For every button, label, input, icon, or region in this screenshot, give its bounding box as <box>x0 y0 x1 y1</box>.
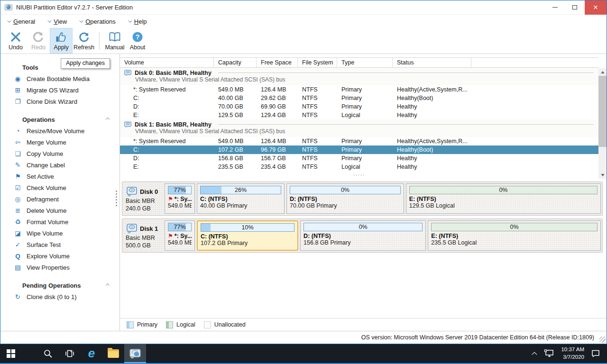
boot-flag-icon: ⚑ <box>168 196 173 202</box>
eraser-icon: ◪ <box>14 229 22 237</box>
redo-arrow-icon <box>32 31 45 43</box>
apply-button[interactable]: Apply <box>50 28 73 54</box>
maximize-button[interactable] <box>565 0 585 15</box>
usage-bar: 0% <box>290 186 401 194</box>
copy-icon: ❏ <box>14 150 22 157</box>
sidebar-item-explore-volume[interactable]: Q Explore Volume <box>0 250 120 262</box>
menu-operations[interactable]: Operations <box>79 18 116 25</box>
sidebar-item-pending-clone-disk[interactable]: ↻ Clone disk (0 to 1) <box>0 291 120 302</box>
internet-explorer-icon: e <box>88 347 95 359</box>
menu-help[interactable]: Help <box>128 18 147 25</box>
file-explorer-button[interactable] <box>102 344 124 363</box>
resize-grip[interactable] <box>599 337 606 343</box>
sidebar-item-format-volume[interactable]: ♻ Format Volume <box>0 216 120 228</box>
table-row[interactable]: E: 235.5 GB 235.4 GB NTFS Logical Health… <box>120 163 598 171</box>
legend-unallocated: Unallocated <box>204 321 246 328</box>
partition-block-disk1-system-reserved[interactable]: 77% ⚑*: Sy... 549.0 MB <box>165 220 195 251</box>
minimize-icon <box>552 7 558 8</box>
minimize-button[interactable] <box>545 0 565 15</box>
toolbar: Undo Redo Apply Refresh <box>0 28 607 54</box>
partition-block-disk0-system-reserved[interactable]: 77% ⚑*: Sy... 549.0 MB <box>165 183 195 214</box>
taskbar-clock[interactable]: 10:37 AM 3/7/2020 <box>561 346 584 361</box>
section-header-pending-operations[interactable]: Pending Operations <box>0 280 120 291</box>
sidebar-item-surface-test[interactable]: ✓ Surface Test <box>0 239 120 250</box>
network-icon[interactable] <box>544 349 554 358</box>
task-view-icon <box>65 349 74 358</box>
task-view-button[interactable] <box>59 344 81 363</box>
table-row[interactable]: *: System Reserved 549.0 MB 126.4 MB NTF… <box>120 85 598 94</box>
disk-icon <box>124 121 132 128</box>
sidebar-item-copy-volume[interactable]: ❏ Copy Volume <box>0 148 120 159</box>
column-header-status[interactable]: Status <box>393 58 471 67</box>
scroll-down-arrow[interactable] <box>598 171 607 179</box>
close-button[interactable]: ✕ <box>585 0 607 15</box>
sidebar-item-set-active[interactable]: ⚑ Set Active <box>0 171 120 182</box>
sidebar-item-wipe-volume[interactable]: ◪ Wipe Volume <box>0 228 120 239</box>
sidebar-item-create-bootable-media[interactable]: ◉ Create Bootable Media <box>0 73 120 84</box>
partition-block-disk1-e[interactable]: 0% E: (NTFS) 235.5 GB Logical <box>428 220 601 251</box>
niubi-app-taskbar-button[interactable] <box>124 344 146 363</box>
table-row[interactable]: E: 129.5 GB 129.4 GB NTFS Logical Health… <box>120 111 598 119</box>
column-header-capacity[interactable]: Capacity <box>214 58 257 67</box>
undo-button[interactable]: Undo <box>4 28 27 54</box>
scrollbar-thumb[interactable] <box>598 76 607 147</box>
title-bar: NIUBI Partition Editor v7.2.7 - Server E… <box>0 0 607 15</box>
usage-bar: 0% <box>304 223 423 231</box>
table-row[interactable]: D: 156.8 GB 156.7 GB NTFS Primary Health… <box>120 154 598 163</box>
clone-disk-icon: ❐ <box>14 98 22 105</box>
show-hidden-icons-chevron[interactable] <box>532 352 537 357</box>
app-window: NIUBI Partition Editor v7.2.7 - Server E… <box>0 0 607 344</box>
maximize-icon <box>572 5 577 9</box>
section-header-operations[interactable]: Operations <box>0 114 120 125</box>
sidebar-item-migrate-os-wizard[interactable]: ⊞ Migrate OS Wizard <box>0 84 120 96</box>
menu-view[interactable]: View <box>47 18 67 25</box>
legend: Primary Logical Unallocated <box>120 318 607 331</box>
internet-explorer-button[interactable]: e <box>81 344 102 363</box>
search-button[interactable] <box>37 344 59 363</box>
partition-block-disk1-d[interactable]: 0% D: (NTFS) 156.8 GB Primary <box>300 220 426 251</box>
partition-block-disk0-e[interactable]: 0% E: (NTFS) 129.5 GB Logical <box>406 183 601 214</box>
checkbox-icon: ☑ <box>14 184 22 191</box>
disk0-info[interactable]: Disk 0 Basic MBR 240.0 GB <box>124 183 163 214</box>
partition-block-disk0-d[interactable]: 0% D: (NTFS) 70.00 GB Primary <box>286 183 404 214</box>
table-header: Volume Capacity Free Space File System T… <box>120 57 598 68</box>
column-header-type[interactable]: Type <box>337 58 393 67</box>
usage-bar: 0% <box>431 223 598 231</box>
refresh-button[interactable]: Refresh <box>73 28 95 54</box>
disk1-info[interactable]: Disk 1 Basic MBR 500.0 GB <box>124 220 163 251</box>
manual-button[interactable]: Manual <box>103 28 126 54</box>
table-row[interactable]: D: 70.00 GB 69.90 GB NTFS Primary Health… <box>120 102 598 111</box>
menu-general[interactable]: General <box>7 18 35 25</box>
table-row-selected[interactable]: C: 107.2 GB 96.79 GB NTFS Primary Health… <box>120 146 598 154</box>
redo-button[interactable]: Redo <box>27 28 50 54</box>
column-header-volume[interactable]: Volume <box>120 58 214 67</box>
sidebar-item-delete-volume[interactable]: ≣ Delete Volume <box>0 205 120 216</box>
table-row[interactable]: *: System Reserved 549.0 MB 126.4 MB NTF… <box>120 137 598 146</box>
sidebar-item-view-properties[interactable]: ▤ View Properties <box>0 262 120 273</box>
splitter-handle[interactable] <box>116 191 118 206</box>
vertical-scrollbar[interactable] <box>598 68 607 179</box>
sidebar-item-clone-disk-wizard[interactable]: ❐ Clone Disk Wizard <box>0 96 120 107</box>
volume-table: Volume Capacity Free Space File System T… <box>120 57 607 179</box>
sidebar-item-resize-move-volume[interactable]: ◔ Resize/Move Volume <box>0 125 120 136</box>
niubi-app-icon <box>129 347 142 360</box>
search-icon <box>43 349 53 358</box>
about-button[interactable]: ? About <box>126 28 149 54</box>
clone-pending-icon: ↻ <box>14 293 22 300</box>
unallocated-swatch <box>204 321 211 328</box>
sidebar-item-merge-volume[interactable]: ⇦ Merge Volume <box>0 136 120 148</box>
start-button[interactable] <box>0 344 22 363</box>
action-center-icon[interactable] <box>591 349 600 358</box>
disk-group-header[interactable]: Disk 1: Basic MBR, Healthy VMware, VMwar… <box>120 119 598 137</box>
sidebar-item-defragment[interactable]: ◎ Defragment <box>0 193 120 205</box>
sidebar-item-check-volume[interactable]: ☑ Check Volume <box>0 182 120 193</box>
column-header-free-space[interactable]: Free Space <box>257 58 298 67</box>
scroll-up-arrow[interactable] <box>598 68 607 76</box>
column-header-file-system[interactable]: File System <box>298 58 337 67</box>
disk-group-header[interactable]: Disk 0: Basic MBR, Healthy VMware, VMwar… <box>120 68 598 85</box>
table-row[interactable]: C: 40.00 GB 29.62 GB NTFS Primary Health… <box>120 94 598 102</box>
taskbar: e 10:37 AM 3/7/2020 <box>0 344 607 364</box>
sidebar-item-change-label[interactable]: ✎ Change Label <box>0 159 120 171</box>
partition-block-disk0-c[interactable]: 26% C: (NTFS) 40.00 GB Primary <box>197 183 285 214</box>
partition-block-disk1-c-selected[interactable]: 10% C: (NTFS) 107.2 GB Primary <box>197 220 298 251</box>
